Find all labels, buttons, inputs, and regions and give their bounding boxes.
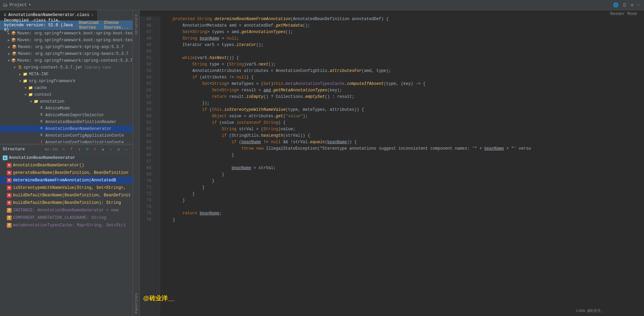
- csdn-badge: CSDN @砖业洋_: [576, 308, 603, 313]
- line-number: 67: [142, 159, 151, 165]
- tree-item-annotationcac2[interactable]: I AnnotationConfigApplicationConte: [0, 139, 133, 143]
- code-line: Object value = attributes.get("value");: [163, 113, 641, 120]
- tree-item-maven2[interactable]: ▶ 📦 Maven: org.springframework.boot:spri…: [0, 37, 133, 44]
- tree-item-advicemodeimport[interactable]: C AdviceModeImportSelector: [0, 112, 133, 119]
- show-inherited-icon[interactable]: ⬆: [76, 146, 83, 152]
- settings-icon[interactable]: ⚙: [630, 2, 634, 8]
- code-token: [163, 217, 173, 223]
- code-token: [163, 171, 222, 178]
- struct-item-label: metaAnnotationTypesCache: Map<String, Se…: [13, 223, 126, 228]
- tree-item-maven1[interactable]: ▶ 📦 Maven: org.springframework.boot:spri…: [0, 30, 133, 37]
- code-token: this: [273, 81, 283, 87]
- struct-item-label: INSTANCE: AnnotationBeanNameGenerator = …: [13, 208, 119, 213]
- globe-icon[interactable]: 🌐: [612, 2, 619, 8]
- code-token: .: [271, 87, 273, 94]
- code-token: if: [192, 74, 197, 81]
- tree-item-annotationbng[interactable]: C AnnotationBeanNameGenerator: [0, 125, 133, 132]
- tree-item-context[interactable]: ▼ 📁 context: [0, 91, 133, 98]
- line-number: 59: [142, 107, 151, 113]
- code-token: )) {: [347, 139, 357, 146]
- struct-item-component-anno[interactable]: f COMPONENT_ANNOTATION_CLASSNAME: String: [0, 214, 133, 222]
- sort-alpha-icon[interactable]: az↓: [45, 146, 51, 152]
- code-token: String: [192, 29, 207, 35]
- code-token: );: [303, 113, 308, 120]
- code-line: [163, 204, 641, 210]
- method-badge-icon: m: [7, 170, 12, 175]
- list-icon[interactable]: ☰: [622, 2, 628, 8]
- tree-item-annotation-folder[interactable]: ▼ 📁 annotation: [0, 98, 133, 105]
- close-struct-icon[interactable]: —: [123, 146, 130, 152]
- code-token: .: [344, 81, 347, 87]
- tree-item-maven4[interactable]: ▶ 📦 Maven: org.springframework:spring-be…: [0, 50, 133, 57]
- filter-icon[interactable]: ▲: [99, 146, 106, 152]
- code-line: return beanName;: [163, 210, 641, 217]
- line-number: 66: [142, 152, 151, 159]
- field-badge-icon: f: [7, 223, 12, 228]
- code-token: }: [232, 152, 234, 159]
- download-sources-link[interactable]: Download Sources: [79, 20, 98, 30]
- struct-item-label: isStereotypeWithNameValue(String, Set<St…: [13, 185, 126, 190]
- tree-arrow: ▶: [6, 31, 11, 35]
- code-line: }: [163, 184, 641, 191]
- show-fields-icon[interactable]: f: [68, 146, 75, 152]
- code-line: AnnotationAttributes attributes = Annota…: [163, 68, 641, 74]
- code-line: }: [163, 217, 641, 223]
- minimize-icon[interactable]: —: [637, 2, 641, 8]
- struct-item-determinebeanname[interactable]: m determineBeanNameFromAnnotation(Annota…: [0, 177, 133, 184]
- info-bar: Decompiled .class file, bytecode version…: [0, 20, 133, 30]
- code-token: [163, 100, 202, 107]
- tree-arrow: ▶: [7, 52, 12, 56]
- sort-type-icon[interactable]: ZA↓: [52, 146, 59, 152]
- tree-item-annotationcac1[interactable]: C AnnotationConfigApplicationConte: [0, 132, 133, 139]
- tree-label: Maven: org.springframework.boot:spring-b…: [17, 31, 133, 36]
- favorites-tab[interactable]: Favorites: [133, 290, 139, 316]
- tree-item-cache[interactable]: ▼ 📁 cache: [0, 85, 133, 91]
- tree-item-maven3[interactable]: ▶ 📦 Maven: org.springframework:spring-ao…: [0, 44, 133, 50]
- code-content[interactable]: @Nullable protected String determineBean…: [160, 10, 644, 316]
- tree-item-orgspring[interactable]: ▼ 📁 org.springframework: [0, 78, 133, 85]
- code-line: String type = (String)var5.next();: [163, 61, 641, 68]
- tree-item-maven5[interactable]: ▼ 📦 Maven: org.springframework:spring-co…: [0, 57, 133, 64]
- struct-item-builddefault1[interactable]: m buildDefaultBeanName(BeanDefinition, B…: [0, 192, 133, 199]
- code-token: determineBeanNameFromAnnotation: [214, 16, 290, 22]
- line-number: 51: [142, 55, 151, 61]
- struct-item-instance[interactable]: f INSTANCE: AnnotationBeanNameGenerator …: [0, 207, 133, 214]
- code-token: (attributes !=: [197, 74, 236, 81]
- code-token: Set: [183, 29, 190, 35]
- code-token: this: [212, 107, 222, 113]
- code-token: emptySet: [305, 94, 325, 100]
- code-token: [163, 94, 212, 100]
- struct-item-builddefault2[interactable]: m buildDefaultBeanName(BeanDefinition): …: [0, 199, 133, 207]
- choose-sources-link[interactable]: Choose Sources...: [104, 20, 128, 30]
- struct-item-constructor[interactable]: m AnnotationBeanNameGenerator(): [0, 162, 133, 169]
- code-token: ;: [236, 35, 239, 42]
- lambda-icon[interactable]: λ: [92, 146, 98, 152]
- line-number: 48: [142, 35, 151, 42]
- expand-icon[interactable]: ⇑: [107, 146, 114, 152]
- code-token: Set: [212, 87, 219, 94]
- tree-item-annotatedbdr[interactable]: C AnnotatedBeanDefinitionReader: [0, 119, 133, 125]
- code-token: }: [222, 171, 224, 178]
- structure-tab[interactable]: Structure: [133, 12, 139, 37]
- struct-item-label: determineBeanNameFromAnnotation(Annotate…: [13, 178, 116, 183]
- code-token: if: [232, 139, 236, 146]
- code-token: [163, 120, 212, 126]
- struct-item-meta-anno-cache[interactable]: f metaAnnotationTypesCache: Map<String, …: [0, 222, 133, 229]
- settings-struct-icon[interactable]: ⚙: [115, 146, 122, 152]
- jar-file-icon: 🗜: [17, 65, 22, 70]
- code-token: !=: [261, 139, 271, 146]
- code-token: }: [173, 217, 175, 223]
- struct-item-isstereotype[interactable]: m isStereotypeWithNameValue(String, Set<…: [0, 184, 133, 192]
- struct-item-generatebeanname[interactable]: m generateBeanName(BeanDefinition, BeanD…: [0, 169, 133, 177]
- tree-item-advicemode[interactable]: C AdviceMode: [0, 105, 133, 112]
- tree-item-metainf[interactable]: ▶ 📁 META-INF: [0, 71, 133, 78]
- code-token: [163, 74, 192, 81]
- code-token: }: [212, 178, 214, 184]
- tree-item-springjar[interactable]: ▼ 🗜 spring-context-5.3.7.jar library roo…: [0, 64, 133, 71]
- show-methods-icon[interactable]: m: [60, 146, 67, 152]
- tab-close-icon[interactable]: ✕: [91, 13, 93, 17]
- code-token: attributes = AnnotationConfigUtils.: [241, 68, 329, 74]
- field-badge-icon: f: [7, 215, 12, 220]
- show-nonpublic-icon[interactable]: 👁: [84, 146, 91, 152]
- struct-item-label: AnnotationBeanNameGenerator(): [13, 163, 84, 168]
